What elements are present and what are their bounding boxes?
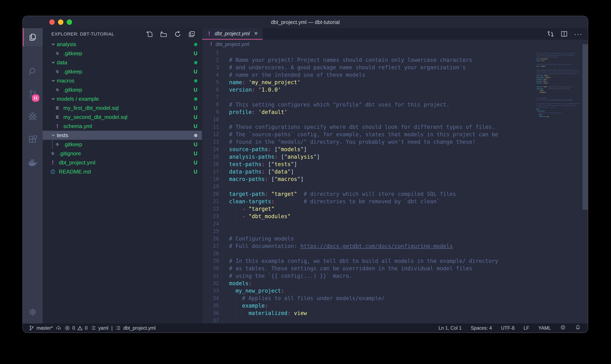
line-number: 18: [202, 175, 219, 183]
tree-file--gitignore[interactable]: .gitignoreU: [43, 149, 202, 158]
chevron-down-icon: [51, 132, 57, 138]
code-line-24: 24: [202, 220, 588, 228]
activity-search[interactable]: [23, 60, 43, 83]
refresh-icon[interactable]: [174, 30, 182, 38]
close-tab-icon[interactable]: ✕: [254, 31, 258, 36]
more-actions-icon[interactable]: ···: [574, 32, 583, 36]
line-number: 15: [202, 153, 219, 160]
tree-item-label: models / example: [57, 96, 99, 102]
git-modified-dot: [194, 96, 197, 102]
git-modified-dot: [194, 41, 197, 47]
indent-guide: [52, 140, 53, 149]
tree-file--gitkeep[interactable]: .gitkeepU: [43, 49, 202, 58]
yaml-language-status[interactable]: yaml: [91, 325, 109, 331]
code-line-25: 25: [202, 228, 588, 235]
tree-file--gitkeep[interactable]: .gitkeepU: [43, 140, 202, 149]
line-number: 10: [202, 116, 219, 123]
new-file-icon[interactable]: [146, 30, 153, 38]
git-file-icon: [50, 151, 56, 156]
chevron-down-icon: [51, 78, 57, 83]
activity-source-control[interactable]: 11: [23, 83, 43, 105]
feedback-smiley-icon[interactable]: [560, 325, 566, 332]
code-line-18: 18macro-paths: ["macros"]: [202, 175, 588, 183]
cursor-position[interactable]: Ln 1, Col 1: [439, 325, 462, 331]
tree-file-my-second-dbt-model-sql[interactable]: my_second_dbt_model.sqlU: [43, 113, 202, 122]
file-tree: analysis.gitkeepUdata.gitkeepUmacros.git…: [43, 40, 202, 176]
activity-explorer[interactable]: [23, 28, 43, 46]
line-number: 36: [202, 309, 219, 317]
activity-docker[interactable]: [23, 151, 43, 174]
tab-dbt-project-yml[interactable]: ! dbt_project.yml ✕: [202, 28, 263, 40]
open-changes-icon[interactable]: [547, 30, 554, 38]
status-separator: |: [111, 325, 112, 331]
line-number: 19: [202, 183, 219, 190]
yaml-warning-icon: !: [210, 41, 212, 47]
tree-file-readme-md[interactable]: README.mdU: [43, 167, 202, 176]
scrollbar-thumb[interactable]: [583, 44, 588, 210]
tree-file--gitkeep[interactable]: .gitkeepU: [43, 85, 202, 94]
tree-item-label: my_first_dbt_model.sql: [63, 105, 119, 111]
sync-indicator[interactable]: [56, 325, 61, 331]
tree-folder-analysis[interactable]: analysis: [43, 40, 202, 49]
extensions-icon: [28, 135, 38, 144]
git-file-icon: [55, 51, 60, 56]
problems-indicator[interactable]: 0 0: [64, 325, 88, 331]
tree-item-label: macros: [57, 78, 74, 84]
sql-file-icon: [55, 105, 60, 110]
git-status-badge: U: [194, 160, 197, 166]
chevron-down-icon: [51, 96, 57, 102]
file-status-item[interactable]: dbt_project.yml: [115, 325, 155, 331]
code-line-13: 13# found in the "models/" directory. Yo…: [202, 138, 588, 146]
error-icon: [64, 325, 70, 331]
git-file-icon: [55, 142, 60, 147]
git-modified-dot: [194, 60, 197, 65]
code-line-5: 5name: 'my_new_project': [202, 78, 588, 86]
title-bar: dbt_project.yml — dbt-tutorial: [23, 16, 588, 28]
language-mode[interactable]: YAML: [538, 325, 551, 331]
status-bar: master* 0 0: [23, 324, 588, 333]
explorer-header: EXPLORER: DBT-TUTORIAL: [43, 28, 202, 40]
window-controls: [49, 16, 72, 28]
close-window-button[interactable]: [49, 19, 55, 25]
indentation-setting[interactable]: Spaces: 4: [471, 325, 492, 331]
git-branch-icon: [28, 325, 34, 331]
code-line-33: 33 my_new_project:: [202, 287, 588, 295]
collapse-all-icon[interactable]: [188, 30, 196, 38]
git-status-badge: U: [194, 123, 197, 129]
line-number: 26: [202, 235, 219, 242]
branch-indicator[interactable]: master*: [28, 325, 53, 331]
zoom-window-button[interactable]: [67, 19, 72, 25]
tree-file-schema-yml[interactable]: !schema.ymlU: [43, 122, 202, 131]
tree-folder-macros[interactable]: macros: [43, 76, 202, 85]
code-line-2: 2# Name your project! Project names shou…: [202, 56, 588, 64]
source-control-badge: 11: [31, 93, 40, 103]
tree-item-label: dbt_project.yml: [59, 159, 95, 166]
line-number: 7: [202, 93, 219, 101]
activity-debug[interactable]: [23, 105, 43, 128]
minimize-window-button[interactable]: [58, 19, 63, 25]
activity-bar: 11: [23, 28, 43, 324]
tree-file--gitkeep[interactable]: .gitkeepU: [43, 67, 202, 76]
activity-settings[interactable]: [23, 301, 43, 324]
tree-folder-data[interactable]: data: [43, 58, 202, 67]
tree-folder-models-example[interactable]: models / example: [43, 94, 202, 104]
tree-file-dbt-project-yml[interactable]: !dbt_project.ymlU: [43, 158, 202, 167]
chevron-down-icon: [51, 132, 56, 138]
encoding-setting[interactable]: UTF-8: [501, 325, 514, 331]
line-number: 6: [202, 86, 219, 93]
eol-setting[interactable]: LF: [524, 325, 529, 331]
minimap[interactable]: # Name your project! Project names shoul…: [536, 51, 583, 195]
line-number: 16: [202, 160, 219, 168]
code-line-30: 30# as tables. These settings can be ove…: [202, 265, 588, 272]
new-folder-icon[interactable]: [160, 30, 167, 38]
split-editor-icon[interactable]: [560, 30, 568, 38]
tree-folder-tests[interactable]: tests: [43, 131, 202, 140]
tree-file-my-first-dbt-model-sql[interactable]: my_first_dbt_model.sqlU: [43, 104, 202, 113]
breadcrumb[interactable]: ! dbt_project.yml: [202, 40, 588, 49]
activity-extensions[interactable]: [23, 128, 43, 151]
list-icon: [115, 325, 121, 331]
git-status-badge: U: [194, 169, 197, 175]
code-line-27: 27# Full documentation: https://docs.get…: [202, 242, 588, 250]
notifications-bell-icon[interactable]: [575, 325, 581, 332]
code-editor[interactable]: 12# Name your project! Project names sho…: [202, 49, 588, 324]
